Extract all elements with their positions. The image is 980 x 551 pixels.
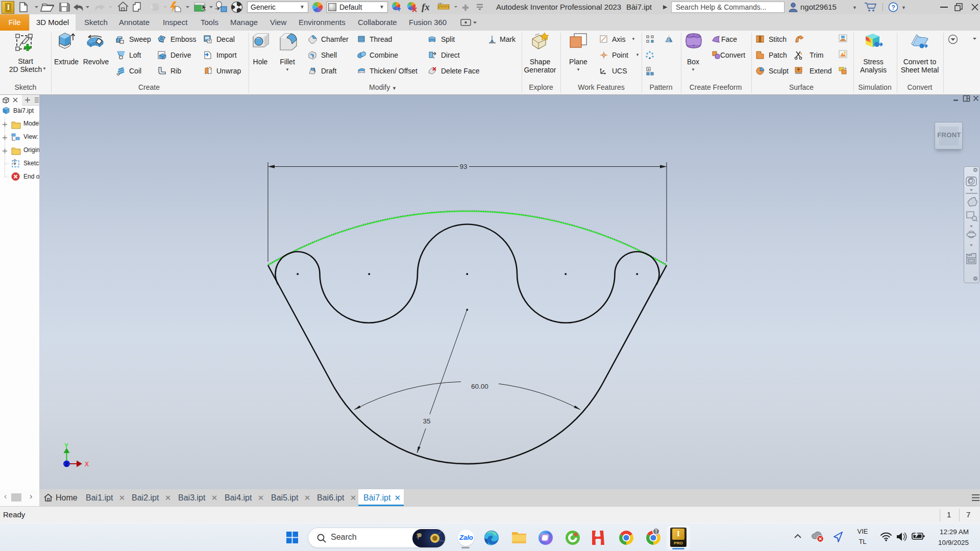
svg-text:Z: Z (65, 461, 68, 467)
svg-text:X: X (85, 461, 89, 468)
svg-text:Y: Y (64, 442, 68, 449)
svg-text:60.00: 60.00 (471, 383, 488, 390)
svg-text:93: 93 (459, 163, 467, 170)
svg-text:35: 35 (423, 417, 430, 425)
